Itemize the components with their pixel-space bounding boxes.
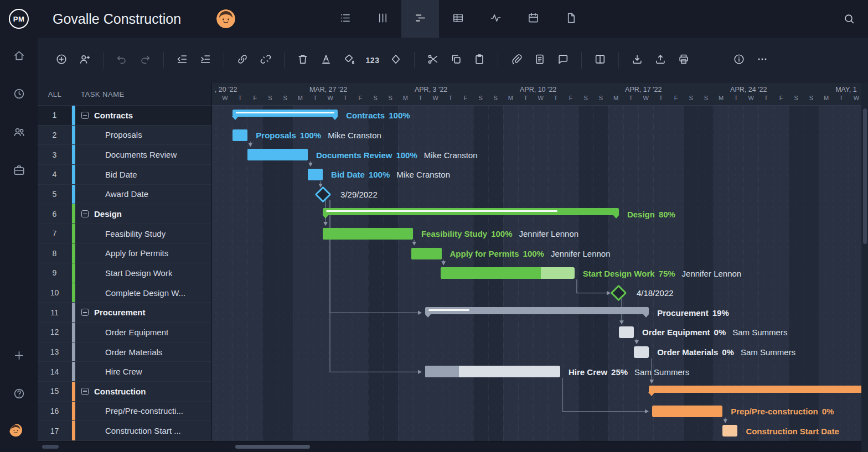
summary-cap-left bbox=[425, 314, 431, 318]
pm-logo[interactable]: PM bbox=[0, 0, 38, 38]
import-button[interactable] bbox=[627, 50, 648, 71]
indent-button[interactable] bbox=[195, 50, 216, 71]
add-task-button[interactable] bbox=[51, 50, 72, 71]
numbers-button[interactable]: 123 bbox=[362, 50, 383, 71]
task-bar[interactable] bbox=[619, 326, 634, 338]
undo-button[interactable] bbox=[111, 50, 132, 71]
gantt-hscroll-thumb[interactable] bbox=[235, 445, 310, 449]
summary-bar[interactable] bbox=[323, 208, 619, 219]
tab-calendar-view[interactable] bbox=[514, 0, 552, 38]
task-name: Hire Crew bbox=[75, 362, 142, 381]
task-row-8[interactable]: 8Apply for Permits bbox=[38, 243, 211, 263]
timeline-day-letter: F bbox=[464, 95, 468, 101]
task-row-17[interactable]: 17Construction Start ... bbox=[38, 421, 211, 441]
task-row-10[interactable]: 10Complete Design W... bbox=[38, 283, 211, 303]
task-row-number: 11 bbox=[38, 303, 72, 322]
task-bar[interactable] bbox=[652, 406, 723, 417]
column-header-task-name[interactable]: TASK NAME bbox=[72, 90, 125, 98]
sidebar-item-team[interactable] bbox=[0, 114, 38, 152]
task-row-12[interactable]: 12Order Equipment bbox=[38, 323, 211, 342]
sidebar-item-portfolio[interactable] bbox=[0, 152, 38, 190]
print-button[interactable] bbox=[673, 50, 694, 71]
task-row-15[interactable]: 15Construction bbox=[38, 382, 211, 402]
sidebar-item-clock[interactable] bbox=[0, 76, 38, 114]
task-row-14[interactable]: 14Hire Crew bbox=[38, 362, 211, 382]
task-bar[interactable] bbox=[722, 425, 737, 437]
notes-icon bbox=[534, 53, 546, 67]
task-row-7[interactable]: 7Feasibility Study bbox=[38, 224, 211, 244]
collapse-icon[interactable] bbox=[81, 309, 89, 316]
paste-button[interactable] bbox=[469, 50, 490, 71]
export-button[interactable] bbox=[650, 50, 671, 71]
tab-docs-view[interactable] bbox=[552, 0, 590, 38]
info-button[interactable] bbox=[728, 50, 750, 71]
task-row-13[interactable]: 13Order Materials bbox=[38, 342, 211, 362]
sidebar-item-help[interactable] bbox=[0, 376, 38, 414]
tab-sheet-view[interactable] bbox=[439, 0, 477, 38]
copy-button[interactable] bbox=[446, 50, 467, 71]
collapse-icon[interactable] bbox=[81, 388, 89, 395]
column-header-all[interactable]: ALL bbox=[38, 90, 72, 98]
collapse-icon[interactable] bbox=[81, 210, 89, 217]
outdent-button[interactable] bbox=[172, 50, 193, 71]
fill-color-button[interactable] bbox=[339, 50, 360, 71]
summary-progress-line bbox=[236, 112, 334, 113]
toolbar-group-3 bbox=[232, 50, 276, 71]
task-row-3[interactable]: 3Documents Review bbox=[38, 145, 211, 165]
task-bar[interactable] bbox=[634, 346, 649, 358]
task-row-16[interactable]: 16Prep/Pre-constructi... bbox=[38, 402, 211, 422]
task-name: Construction Start ... bbox=[75, 421, 181, 440]
tab-activity-view[interactable] bbox=[477, 0, 514, 38]
left-sidebar bbox=[0, 38, 38, 452]
task-bar[interactable] bbox=[441, 267, 575, 279]
task-row-9[interactable]: 9Start Design Work bbox=[38, 263, 211, 283]
font-color-button[interactable] bbox=[316, 50, 337, 71]
tab-board-view[interactable] bbox=[364, 0, 401, 38]
plus-icon bbox=[13, 349, 25, 364]
redo-button[interactable] bbox=[135, 50, 156, 71]
sidebar-user-avatar[interactable] bbox=[0, 414, 38, 452]
task-row-2[interactable]: 2Proposals bbox=[38, 126, 211, 146]
search-icon[interactable] bbox=[843, 13, 856, 26]
link-button[interactable] bbox=[232, 50, 253, 71]
task-name: Construction bbox=[75, 382, 146, 401]
project-owner-avatar[interactable] bbox=[216, 9, 235, 28]
task-row-11[interactable]: 11Procurement bbox=[38, 303, 211, 323]
summary-bar[interactable] bbox=[649, 386, 868, 397]
cut-button[interactable] bbox=[422, 50, 443, 71]
sidebar-item-plus[interactable] bbox=[0, 337, 38, 376]
gantt-vscroll-thumb[interactable] bbox=[863, 108, 867, 244]
task-row-5[interactable]: 5Award Date bbox=[38, 185, 211, 205]
tab-list-view[interactable] bbox=[326, 0, 364, 38]
sidebar-item-home[interactable] bbox=[0, 38, 38, 76]
summary-bar[interactable] bbox=[425, 307, 649, 318]
summary-cap-right bbox=[613, 215, 619, 219]
sidebar-top-items bbox=[0, 38, 38, 190]
task-bar[interactable] bbox=[425, 366, 560, 377]
task-bar[interactable] bbox=[411, 248, 441, 259]
collapse-icon[interactable] bbox=[81, 112, 89, 119]
task-bar[interactable] bbox=[308, 169, 323, 180]
task-bar[interactable] bbox=[247, 149, 308, 160]
toolbar-group-7 bbox=[590, 50, 611, 71]
task-row-6[interactable]: 6Design bbox=[38, 204, 211, 224]
comment-button[interactable] bbox=[552, 50, 574, 71]
delete-button[interactable] bbox=[292, 50, 313, 71]
assign-user-button[interactable] bbox=[74, 50, 95, 71]
attachment-button[interactable] bbox=[506, 50, 527, 71]
unlink-button[interactable] bbox=[255, 50, 276, 71]
timeline-day-letter: F bbox=[674, 95, 678, 101]
timeline-day-letter: S bbox=[478, 95, 482, 101]
fill-color-icon bbox=[343, 53, 355, 67]
notes-button[interactable] bbox=[529, 50, 550, 71]
task-row-4[interactable]: 4Bid Date bbox=[38, 165, 211, 185]
task-bar[interactable] bbox=[232, 129, 247, 141]
tab-gantt-view[interactable] bbox=[401, 0, 439, 38]
task-bar[interactable] bbox=[323, 228, 413, 240]
task-panel-hscroll-thumb[interactable] bbox=[42, 445, 59, 449]
milestone-icon-button[interactable] bbox=[385, 50, 406, 71]
summary-bar[interactable] bbox=[232, 110, 338, 121]
columns-button[interactable] bbox=[590, 50, 611, 71]
task-row-1[interactable]: 1Contracts bbox=[38, 106, 211, 126]
more-button[interactable] bbox=[752, 50, 773, 71]
